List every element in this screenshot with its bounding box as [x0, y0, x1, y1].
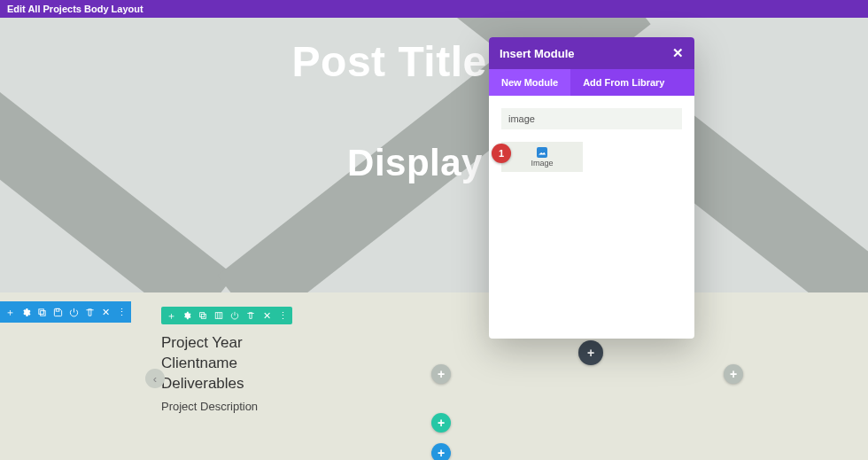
add-row-button[interactable]: +: [431, 413, 451, 433]
project-description: Project Description: [161, 400, 258, 413]
add-section-button[interactable]: +: [431, 443, 451, 460]
image-icon: [537, 147, 547, 158]
power-icon[interactable]: [229, 310, 240, 321]
hero-section: Post Title Will Display H: [0, 18, 868, 292]
tab-new-module[interactable]: New Module: [489, 69, 570, 96]
gear-icon[interactable]: [20, 307, 31, 317]
collapse-arrow[interactable]: ‹: [145, 369, 165, 388]
add-module-button[interactable]: +: [431, 364, 451, 384]
close-icon[interactable]: ✕: [100, 307, 111, 317]
svg-rect-1: [38, 308, 43, 314]
module-option-label: Image: [531, 159, 553, 168]
project-client: Clientname: [161, 354, 258, 374]
modal-body: Image: [489, 96, 694, 184]
columns-icon[interactable]: [213, 310, 224, 321]
step-badge-1: 1: [492, 144, 511, 163]
module-search-input[interactable]: [501, 108, 682, 129]
svg-rect-3: [201, 314, 205, 318]
topbar-title: Edit All Projects Body Layout: [7, 4, 143, 14]
add-module-button[interactable]: +: [724, 364, 743, 384]
modal-title: Insert Module: [500, 47, 575, 60]
module-option-image[interactable]: Image: [501, 142, 583, 172]
gear-icon[interactable]: [182, 310, 192, 321]
power-icon[interactable]: [68, 307, 79, 317]
hero-subtitle: Display H: [0, 142, 868, 184]
tab-add-from-library[interactable]: Add From Library: [570, 69, 677, 96]
close-icon[interactable]: ✕: [672, 45, 684, 61]
hero-title: Post Title Will: [0, 37, 868, 86]
trash-icon[interactable]: [84, 307, 95, 317]
more-icon[interactable]: ⋮: [116, 307, 127, 317]
svg-rect-5: [215, 313, 222, 319]
svg-rect-0: [40, 310, 45, 316]
more-icon[interactable]: ⋮: [277, 310, 288, 321]
trash-icon[interactable]: [245, 310, 256, 321]
row-toolbar[interactable]: ＋ ✕ ⋮: [161, 307, 292, 324]
save-icon[interactable]: [52, 307, 63, 317]
add-button-dark[interactable]: +: [578, 340, 603, 365]
section-toolbar[interactable]: ＋ ✕ ⋮: [0, 301, 131, 323]
add-icon[interactable]: ＋: [4, 307, 15, 317]
svg-rect-2: [56, 308, 59, 311]
project-year: Project Year: [161, 333, 258, 354]
modal-tabs: New Module Add From Library: [489, 69, 694, 96]
modal-header[interactable]: Insert Module ✕: [489, 37, 694, 69]
add-icon[interactable]: ＋: [166, 310, 176, 321]
close-icon[interactable]: ✕: [261, 310, 272, 321]
duplicate-icon[interactable]: [36, 307, 47, 317]
project-deliverables: Deliverables: [161, 374, 258, 394]
svg-rect-4: [200, 313, 205, 317]
project-text-module[interactable]: Project Year Clientname Deliverables Pro…: [161, 333, 258, 413]
insert-module-modal: Insert Module ✕ New Module Add From Libr…: [489, 37, 694, 339]
editor-topbar: Edit All Projects Body Layout: [0, 0, 868, 18]
duplicate-icon[interactable]: [198, 310, 208, 321]
